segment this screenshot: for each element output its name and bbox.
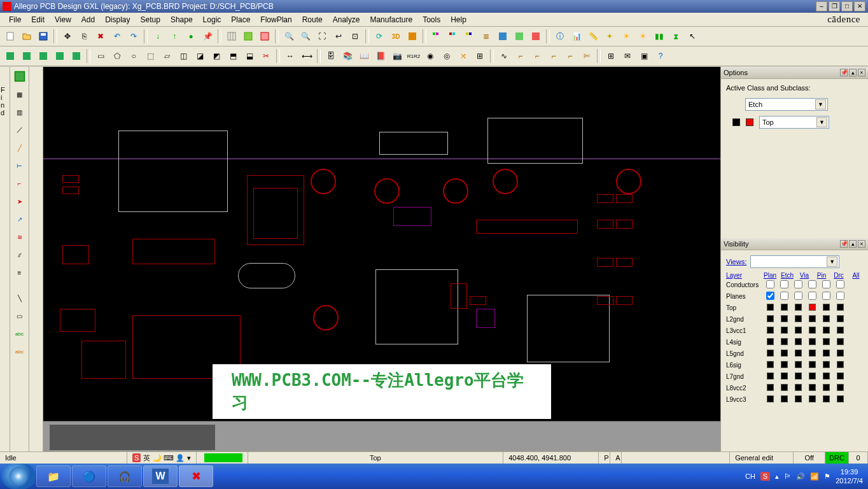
layer-swatch[interactable] — [781, 372, 788, 379]
route-a-icon[interactable]: ⌐ — [513, 48, 528, 64]
xsec-icon[interactable]: ⊞ — [472, 48, 487, 64]
layer-swatch[interactable] — [823, 384, 830, 391]
layer-swatch[interactable] — [781, 350, 788, 357]
taskbar-allegro-icon[interactable]: ✖ — [179, 465, 213, 487]
save-icon[interactable] — [36, 29, 51, 44]
layer-swatch[interactable] — [795, 315, 802, 322]
layer-swatch[interactable] — [837, 361, 844, 368]
layer-swatch[interactable] — [809, 372, 816, 379]
layers-a-icon[interactable] — [429, 29, 444, 44]
menu-edit[interactable]: Edit — [26, 14, 50, 25]
void-c-icon[interactable]: ◩ — [209, 48, 224, 64]
anchor-down-icon[interactable]: ↓ — [150, 29, 165, 44]
taskbar-sogou-icon[interactable]: 🔵 — [72, 465, 106, 487]
hdr-etch[interactable]: Etch — [780, 272, 794, 279]
layer-swatch[interactable] — [809, 395, 816, 402]
route-d-icon[interactable]: ⌐ — [563, 48, 578, 64]
lt-line-icon[interactable]: ／ — [11, 122, 28, 138]
layer-swatch[interactable] — [837, 315, 844, 322]
visibility-panel-header[interactable]: Visibility 📌 ▴ × — [721, 238, 868, 250]
class-dropdown[interactable]: Etch — [745, 98, 828, 111]
hdr-all[interactable]: All — [849, 272, 863, 279]
layers-b-icon[interactable] — [445, 29, 461, 44]
cb[interactable] — [822, 292, 830, 300]
ruler-icon[interactable]: 📏 — [585, 29, 601, 44]
color-swatch-icon[interactable] — [746, 118, 753, 126]
flip-icon[interactable] — [405, 29, 420, 44]
menu-tools[interactable]: Tools — [417, 14, 445, 25]
win-a-icon[interactable]: ⊞ — [603, 48, 619, 64]
panel-close-icon[interactable]: × — [858, 240, 865, 248]
select-icon[interactable]: ⬚ — [143, 48, 158, 64]
layer-swatch[interactable] — [795, 304, 802, 311]
redo-icon[interactable]: ↷ — [126, 29, 141, 44]
menu-shape[interactable]: Shape — [165, 14, 198, 25]
menu-display[interactable]: Display — [100, 14, 135, 25]
help-icon[interactable]: ? — [653, 48, 668, 64]
cb[interactable] — [780, 280, 788, 288]
route-c-icon[interactable]: ⌐ — [546, 48, 561, 64]
layer-swatch[interactable] — [781, 361, 788, 368]
dfa-icon[interactable] — [512, 29, 527, 44]
taskbar-explorer-icon[interactable]: 📁 — [36, 465, 71, 487]
status-a[interactable]: A — [610, 452, 622, 464]
pick-icon[interactable]: ● — [183, 29, 199, 44]
lib-a-icon[interactable]: 📚 — [340, 48, 355, 64]
menu-file[interactable]: File — [4, 14, 26, 25]
menu-help[interactable]: Help — [445, 14, 472, 25]
start-button[interactable] — [1, 464, 36, 489]
shape-c-icon[interactable] — [36, 48, 51, 64]
tray-up-icon[interactable]: ▴ — [775, 472, 779, 481]
layer-swatch[interactable] — [837, 327, 844, 334]
void-b-icon[interactable]: ◪ — [192, 48, 207, 64]
layer-swatch[interactable] — [795, 372, 802, 379]
lang-indicator[interactable]: CH — [745, 472, 755, 480]
layer-swatch[interactable] — [809, 350, 816, 357]
hourglass-icon[interactable]: ⧗ — [668, 29, 683, 44]
shape-d-icon[interactable] — [52, 48, 67, 64]
cb[interactable] — [836, 292, 844, 300]
minimize-button[interactable]: – — [816, 1, 827, 11]
status-drc[interactable]: DRC — [825, 452, 849, 464]
db-icon[interactable]: 🗄 — [323, 48, 339, 64]
layers-c-icon[interactable] — [462, 29, 477, 44]
void-e-icon[interactable]: ⬓ — [242, 48, 257, 64]
tray-action-icon[interactable]: ⚑ — [824, 472, 830, 481]
layer-swatch[interactable] — [837, 304, 844, 311]
maximize-button[interactable]: □ — [841, 1, 853, 11]
layer-swatch[interactable] — [837, 384, 844, 391]
lt-slide-icon[interactable]: ↗ — [11, 211, 28, 227]
lt-comp-icon[interactable]: ▥ — [11, 104, 28, 120]
report-icon[interactable]: 📊 — [569, 29, 584, 44]
hdr-pin[interactable]: Pin — [815, 272, 829, 279]
new-icon[interactable] — [3, 29, 18, 44]
hdr-drc[interactable]: Drc — [832, 272, 846, 279]
subclass-dropdown[interactable]: Top — [759, 116, 829, 129]
layer-swatch[interactable] — [781, 395, 788, 402]
layer-swatch[interactable] — [837, 350, 844, 357]
ime-indicator[interactable]: S 英 🌙 ⌨ 👤 ▾ — [127, 452, 197, 464]
panel-up-icon[interactable]: ▴ — [849, 240, 857, 248]
lt-text-icon[interactable]: abc — [11, 325, 28, 342]
layer-swatch[interactable] — [823, 372, 830, 379]
cb[interactable] — [836, 280, 844, 288]
grid-c-icon[interactable] — [257, 29, 272, 44]
lt-bus-icon[interactable]: ≡ — [11, 264, 28, 281]
layer-swatch[interactable] — [795, 384, 802, 391]
status-p[interactable]: P — [599, 452, 610, 464]
layer-swatch[interactable] — [809, 304, 816, 311]
taskbar-media-icon[interactable]: 🎧 — [108, 465, 142, 487]
zoom-prev-icon[interactable]: ↩ — [331, 29, 346, 44]
layer-swatch[interactable] — [767, 350, 774, 357]
info-icon[interactable]: ⓘ — [552, 29, 568, 44]
res-icon[interactable]: R1R2 — [406, 48, 421, 64]
3d-icon[interactable]: 3D — [388, 29, 403, 44]
layer-swatch[interactable] — [767, 315, 774, 322]
panel-close-icon[interactable]: × — [858, 69, 865, 76]
menu-flowplan[interactable]: FlowPlan — [255, 14, 297, 25]
layer-swatch[interactable] — [795, 327, 802, 334]
hdr-via[interactable]: Via — [797, 272, 811, 279]
zoom-out-icon[interactable]: 🔍 — [298, 29, 313, 44]
highlight-icon[interactable]: ✦ — [602, 29, 617, 44]
layer-swatch[interactable] — [767, 338, 774, 345]
